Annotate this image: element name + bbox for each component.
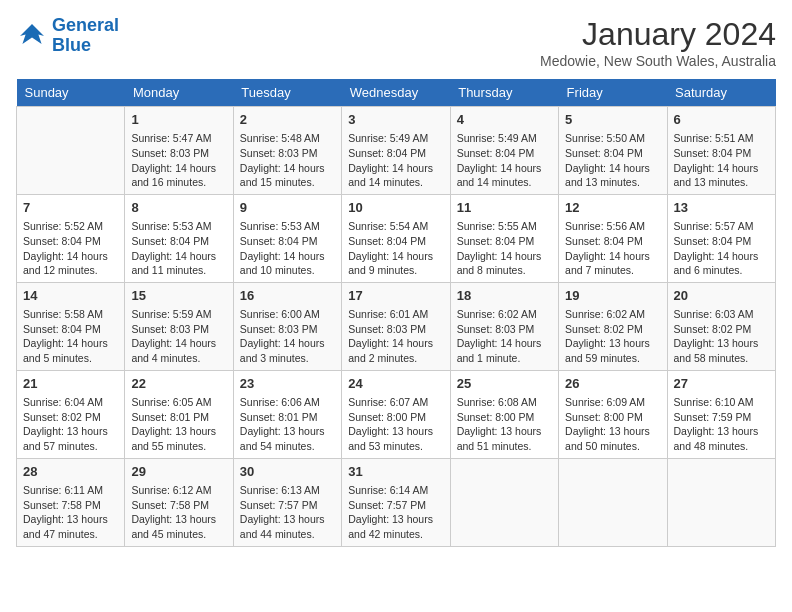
day-info: Sunrise: 6:11 AM Sunset: 7:58 PM Dayligh… (23, 483, 118, 542)
day-number: 11 (457, 199, 552, 217)
day-cell: 18Sunrise: 6:02 AM Sunset: 8:03 PM Dayli… (450, 282, 558, 370)
week-row-5: 28Sunrise: 6:11 AM Sunset: 7:58 PM Dayli… (17, 458, 776, 546)
day-info: Sunrise: 5:52 AM Sunset: 8:04 PM Dayligh… (23, 219, 118, 278)
logo-text: General Blue (52, 16, 119, 56)
logo-line2: Blue (52, 35, 91, 55)
day-number: 27 (674, 375, 769, 393)
day-info: Sunrise: 6:14 AM Sunset: 7:57 PM Dayligh… (348, 483, 443, 542)
day-info: Sunrise: 5:47 AM Sunset: 8:03 PM Dayligh… (131, 131, 226, 190)
page-header: General Blue January 2024 Medowie, New S… (16, 16, 776, 69)
day-cell: 26Sunrise: 6:09 AM Sunset: 8:00 PM Dayli… (559, 370, 667, 458)
day-info: Sunrise: 6:07 AM Sunset: 8:00 PM Dayligh… (348, 395, 443, 454)
day-number: 10 (348, 199, 443, 217)
day-info: Sunrise: 6:09 AM Sunset: 8:00 PM Dayligh… (565, 395, 660, 454)
day-info: Sunrise: 6:04 AM Sunset: 8:02 PM Dayligh… (23, 395, 118, 454)
header-row: SundayMondayTuesdayWednesdayThursdayFrid… (17, 79, 776, 107)
day-info: Sunrise: 6:05 AM Sunset: 8:01 PM Dayligh… (131, 395, 226, 454)
day-info: Sunrise: 5:50 AM Sunset: 8:04 PM Dayligh… (565, 131, 660, 190)
day-info: Sunrise: 5:49 AM Sunset: 8:04 PM Dayligh… (457, 131, 552, 190)
day-number: 15 (131, 287, 226, 305)
column-header-friday: Friday (559, 79, 667, 107)
column-header-monday: Monday (125, 79, 233, 107)
day-number: 22 (131, 375, 226, 393)
day-cell: 29Sunrise: 6:12 AM Sunset: 7:58 PM Dayli… (125, 458, 233, 546)
day-cell: 24Sunrise: 6:07 AM Sunset: 8:00 PM Dayli… (342, 370, 450, 458)
location: Medowie, New South Wales, Australia (540, 53, 776, 69)
day-number: 9 (240, 199, 335, 217)
day-cell: 1Sunrise: 5:47 AM Sunset: 8:03 PM Daylig… (125, 107, 233, 195)
day-number: 30 (240, 463, 335, 481)
day-cell: 19Sunrise: 6:02 AM Sunset: 8:02 PM Dayli… (559, 282, 667, 370)
day-cell: 27Sunrise: 6:10 AM Sunset: 7:59 PM Dayli… (667, 370, 775, 458)
day-cell: 8Sunrise: 5:53 AM Sunset: 8:04 PM Daylig… (125, 194, 233, 282)
day-info: Sunrise: 5:53 AM Sunset: 8:04 PM Dayligh… (240, 219, 335, 278)
day-cell (450, 458, 558, 546)
day-cell: 13Sunrise: 5:57 AM Sunset: 8:04 PM Dayli… (667, 194, 775, 282)
day-info: Sunrise: 6:06 AM Sunset: 8:01 PM Dayligh… (240, 395, 335, 454)
day-info: Sunrise: 5:54 AM Sunset: 8:04 PM Dayligh… (348, 219, 443, 278)
column-header-saturday: Saturday (667, 79, 775, 107)
day-number: 8 (131, 199, 226, 217)
day-cell: 31Sunrise: 6:14 AM Sunset: 7:57 PM Dayli… (342, 458, 450, 546)
column-header-tuesday: Tuesday (233, 79, 341, 107)
day-number: 3 (348, 111, 443, 129)
day-info: Sunrise: 6:03 AM Sunset: 8:02 PM Dayligh… (674, 307, 769, 366)
day-cell: 4Sunrise: 5:49 AM Sunset: 8:04 PM Daylig… (450, 107, 558, 195)
day-info: Sunrise: 5:59 AM Sunset: 8:03 PM Dayligh… (131, 307, 226, 366)
day-number: 31 (348, 463, 443, 481)
day-number: 20 (674, 287, 769, 305)
day-info: Sunrise: 6:01 AM Sunset: 8:03 PM Dayligh… (348, 307, 443, 366)
day-cell: 15Sunrise: 5:59 AM Sunset: 8:03 PM Dayli… (125, 282, 233, 370)
day-number: 12 (565, 199, 660, 217)
day-number: 24 (348, 375, 443, 393)
svg-marker-0 (20, 24, 44, 44)
day-cell: 16Sunrise: 6:00 AM Sunset: 8:03 PM Dayli… (233, 282, 341, 370)
day-cell (667, 458, 775, 546)
day-number: 14 (23, 287, 118, 305)
day-info: Sunrise: 6:00 AM Sunset: 8:03 PM Dayligh… (240, 307, 335, 366)
day-info: Sunrise: 6:02 AM Sunset: 8:02 PM Dayligh… (565, 307, 660, 366)
column-header-wednesday: Wednesday (342, 79, 450, 107)
day-number: 6 (674, 111, 769, 129)
day-number: 23 (240, 375, 335, 393)
week-row-4: 21Sunrise: 6:04 AM Sunset: 8:02 PM Dayli… (17, 370, 776, 458)
day-number: 25 (457, 375, 552, 393)
title-block: January 2024 Medowie, New South Wales, A… (540, 16, 776, 69)
week-row-1: 1Sunrise: 5:47 AM Sunset: 8:03 PM Daylig… (17, 107, 776, 195)
day-cell: 9Sunrise: 5:53 AM Sunset: 8:04 PM Daylig… (233, 194, 341, 282)
day-cell: 2Sunrise: 5:48 AM Sunset: 8:03 PM Daylig… (233, 107, 341, 195)
day-info: Sunrise: 5:49 AM Sunset: 8:04 PM Dayligh… (348, 131, 443, 190)
day-number: 16 (240, 287, 335, 305)
day-cell: 10Sunrise: 5:54 AM Sunset: 8:04 PM Dayli… (342, 194, 450, 282)
column-header-sunday: Sunday (17, 79, 125, 107)
day-cell: 21Sunrise: 6:04 AM Sunset: 8:02 PM Dayli… (17, 370, 125, 458)
day-info: Sunrise: 6:12 AM Sunset: 7:58 PM Dayligh… (131, 483, 226, 542)
day-cell: 6Sunrise: 5:51 AM Sunset: 8:04 PM Daylig… (667, 107, 775, 195)
day-cell: 28Sunrise: 6:11 AM Sunset: 7:58 PM Dayli… (17, 458, 125, 546)
day-number: 29 (131, 463, 226, 481)
day-cell: 17Sunrise: 6:01 AM Sunset: 8:03 PM Dayli… (342, 282, 450, 370)
day-number: 19 (565, 287, 660, 305)
day-info: Sunrise: 5:55 AM Sunset: 8:04 PM Dayligh… (457, 219, 552, 278)
day-cell: 7Sunrise: 5:52 AM Sunset: 8:04 PM Daylig… (17, 194, 125, 282)
day-info: Sunrise: 5:53 AM Sunset: 8:04 PM Dayligh… (131, 219, 226, 278)
day-cell: 22Sunrise: 6:05 AM Sunset: 8:01 PM Dayli… (125, 370, 233, 458)
day-cell: 3Sunrise: 5:49 AM Sunset: 8:04 PM Daylig… (342, 107, 450, 195)
day-number: 26 (565, 375, 660, 393)
logo-line1: General (52, 15, 119, 35)
day-number: 17 (348, 287, 443, 305)
day-info: Sunrise: 5:56 AM Sunset: 8:04 PM Dayligh… (565, 219, 660, 278)
day-number: 28 (23, 463, 118, 481)
day-number: 21 (23, 375, 118, 393)
day-number: 18 (457, 287, 552, 305)
day-info: Sunrise: 5:58 AM Sunset: 8:04 PM Dayligh… (23, 307, 118, 366)
month-title: January 2024 (540, 16, 776, 53)
day-info: Sunrise: 6:08 AM Sunset: 8:00 PM Dayligh… (457, 395, 552, 454)
day-cell: 20Sunrise: 6:03 AM Sunset: 8:02 PM Dayli… (667, 282, 775, 370)
day-number: 4 (457, 111, 552, 129)
day-number: 2 (240, 111, 335, 129)
day-info: Sunrise: 5:48 AM Sunset: 8:03 PM Dayligh… (240, 131, 335, 190)
day-cell: 11Sunrise: 5:55 AM Sunset: 8:04 PM Dayli… (450, 194, 558, 282)
day-cell (559, 458, 667, 546)
week-row-3: 14Sunrise: 5:58 AM Sunset: 8:04 PM Dayli… (17, 282, 776, 370)
